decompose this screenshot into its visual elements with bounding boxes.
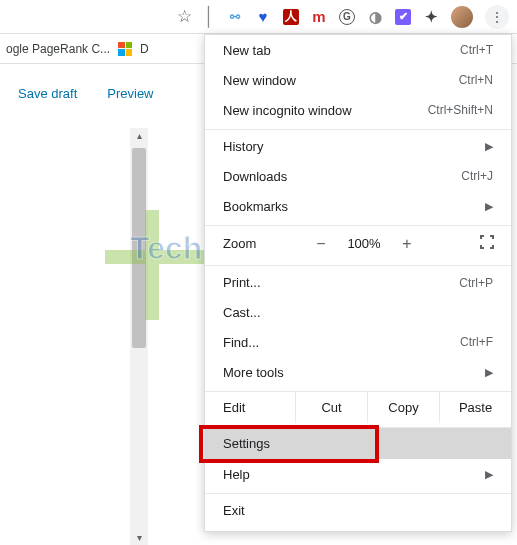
menu-cast[interactable]: Cast... (205, 297, 511, 327)
menu-new-incognito[interactable]: New incognito window Ctrl+Shift+N (205, 95, 511, 125)
paste-button[interactable]: Paste (439, 392, 511, 423)
menu-new-window[interactable]: New window Ctrl+N (205, 65, 511, 95)
menu-label: New incognito window (223, 103, 352, 118)
zoom-value: 100% (339, 236, 389, 251)
m-icon[interactable]: m (311, 9, 327, 25)
y-icon[interactable]: ♥ (255, 9, 271, 25)
menu-print[interactable]: Print... Ctrl+P (205, 265, 511, 297)
menu-label: History (223, 139, 263, 154)
menu-label: Settings (223, 436, 270, 451)
menu-label: More tools (223, 365, 284, 380)
shortcut: Ctrl+N (459, 73, 493, 87)
menu-edit-row: Edit Cut Copy Paste (205, 391, 511, 423)
zoom-label: Zoom (223, 236, 303, 251)
menu-label: Exit (223, 503, 245, 518)
link-icon[interactable]: ⚯ (227, 9, 243, 25)
menu-label: Downloads (223, 169, 287, 184)
menu-exit[interactable]: Exit (205, 493, 511, 525)
menu-label: New window (223, 73, 296, 88)
menu-label: New tab (223, 43, 271, 58)
shortcut: Ctrl+T (460, 43, 493, 57)
profile-avatar[interactable] (451, 6, 473, 28)
menu-bookmarks[interactable]: Bookmarks ▶ (205, 191, 511, 221)
preview-link[interactable]: Preview (107, 86, 153, 124)
task-icon[interactable]: ✔ (395, 9, 411, 25)
menu-label: Help (223, 467, 250, 482)
microsoft-icon[interactable] (118, 42, 132, 56)
menu-settings[interactable]: Settings (205, 427, 511, 459)
browser-toolbar: ☆ │ ⚯ ♥ 人 m G ◑ ✔ ✦ ⋮ (0, 0, 517, 34)
puzzle-icon[interactable]: ✦ (423, 9, 439, 25)
scrollbar[interactable]: ▴ ▾ (130, 128, 148, 545)
circle-icon[interactable]: ◑ (367, 9, 383, 25)
bookmark-item[interactable]: D (140, 42, 149, 56)
copy-button[interactable]: Copy (367, 392, 439, 423)
menu-history[interactable]: History ▶ (205, 129, 511, 161)
more-menu-button[interactable]: ⋮ (485, 5, 509, 29)
menu-zoom: Zoom − 100% + (205, 225, 511, 261)
bookmark-item[interactable]: ogle PageRank C... (6, 42, 110, 56)
scroll-up-icon[interactable]: ▴ (130, 130, 148, 141)
edit-label: Edit (205, 392, 295, 423)
menu-label: Bookmarks (223, 199, 288, 214)
menu-downloads[interactable]: Downloads Ctrl+J (205, 161, 511, 191)
chevron-right-icon: ▶ (485, 468, 493, 481)
zoom-out-button[interactable]: − (303, 235, 339, 253)
separator: │ (204, 6, 215, 27)
fullscreen-icon[interactable] (473, 235, 501, 252)
menu-find[interactable]: Find... Ctrl+F (205, 327, 511, 357)
zoom-in-button[interactable]: + (389, 235, 425, 253)
save-draft-link[interactable]: Save draft (18, 86, 77, 124)
shortcut: Ctrl+Shift+N (428, 103, 493, 117)
adobe-icon[interactable]: 人 (283, 9, 299, 25)
menu-help[interactable]: Help ▶ (205, 459, 511, 489)
bookmark-star-icon[interactable]: ☆ (177, 6, 192, 27)
grammarly-icon[interactable]: G (339, 9, 355, 25)
menu-more-tools[interactable]: More tools ▶ (205, 357, 511, 387)
shortcut: Ctrl+J (461, 169, 493, 183)
cut-button[interactable]: Cut (295, 392, 367, 423)
menu-label: Find... (223, 335, 259, 350)
chevron-right-icon: ▶ (485, 140, 493, 153)
scroll-thumb[interactable] (132, 148, 146, 348)
chevron-right-icon: ▶ (485, 200, 493, 213)
menu-new-tab[interactable]: New tab Ctrl+T (205, 35, 511, 65)
shortcut: Ctrl+F (460, 335, 493, 349)
chrome-menu: New tab Ctrl+T New window Ctrl+N New inc… (204, 34, 512, 532)
menu-label: Cast... (223, 305, 261, 320)
shortcut: Ctrl+P (459, 276, 493, 290)
menu-label: Print... (223, 275, 261, 290)
chevron-right-icon: ▶ (485, 366, 493, 379)
scroll-down-icon[interactable]: ▾ (130, 532, 148, 543)
